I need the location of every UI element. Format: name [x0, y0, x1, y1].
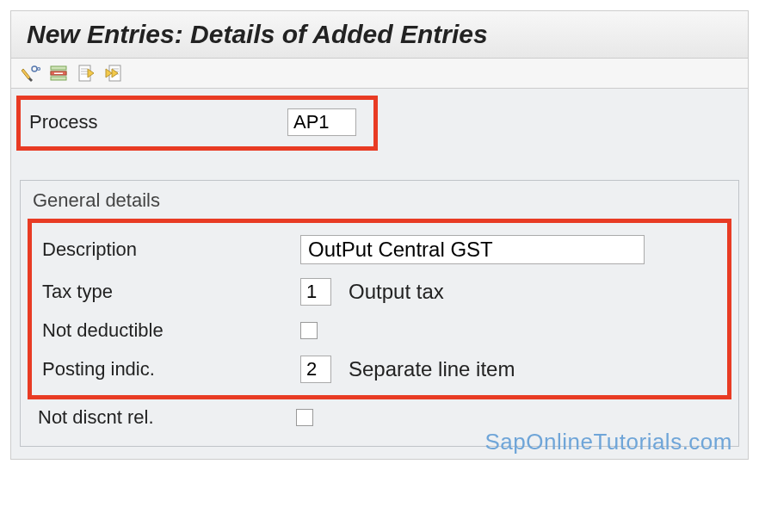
group-title: General details: [21, 181, 738, 219]
posting-indic-label: Posting indic.: [42, 358, 292, 380]
process-row: Process: [16, 96, 378, 151]
not-deductible-label: Not deductible: [42, 319, 292, 342]
highlighted-fields: Description Tax type Output tax Not dedu…: [28, 219, 731, 399]
tax-type-text: Output tax: [349, 280, 444, 304]
svg-rect-3: [51, 66, 66, 70]
titlebar: New Entries: Details of Added Entries: [11, 11, 748, 59]
delete-row-icon[interactable]: [49, 64, 68, 83]
posting-indic-row: Posting indic. Separate line item: [32, 349, 727, 390]
content-area: Process General details Description Tax …: [11, 89, 748, 459]
next-entry-icon[interactable]: [104, 64, 123, 83]
svg-rect-5: [51, 77, 66, 80]
page-title: New Entries: Details of Added Entries: [27, 20, 732, 49]
posting-indic-text: Separate line item: [349, 357, 515, 381]
svg-point-0: [32, 66, 37, 71]
general-details-group: General details Description Tax type Out…: [20, 180, 739, 447]
previous-entry-icon[interactable]: [77, 64, 96, 83]
description-label: Description: [42, 238, 292, 261]
not-deductible-row: Not deductible: [32, 312, 727, 349]
tax-type-label: Tax type: [42, 281, 292, 303]
toolbar: [11, 59, 748, 89]
tax-type-input[interactable]: [300, 278, 331, 306]
description-row: Description: [32, 228, 727, 271]
not-discnt-rel-checkbox[interactable]: [296, 409, 313, 426]
edit-glasses-icon[interactable]: [22, 64, 40, 83]
process-label: Process: [29, 111, 279, 133]
tax-type-row: Tax type Output tax: [32, 271, 727, 312]
svg-rect-7: [54, 73, 63, 75]
description-input[interactable]: [300, 235, 645, 264]
not-discnt-rel-row: Not discnt rel.: [21, 399, 738, 436]
sap-window: New Entries: Details of Added Entries: [10, 10, 749, 460]
process-input[interactable]: [287, 108, 356, 136]
not-deductible-checkbox[interactable]: [300, 322, 318, 339]
not-discnt-rel-label: Not discnt rel.: [38, 406, 287, 429]
posting-indic-input[interactable]: [300, 356, 331, 383]
